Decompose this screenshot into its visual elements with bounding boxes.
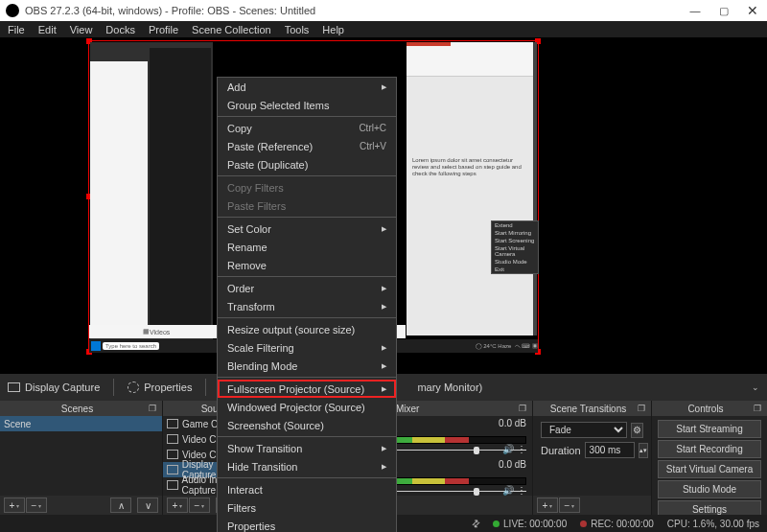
- add-scene-button[interactable]: +▾: [4, 497, 25, 513]
- ctx-blending-mode[interactable]: Blending Mode▶: [218, 357, 396, 375]
- channel-db: 0.0 dB: [499, 459, 526, 470]
- chevron-right-icon: ▶: [382, 344, 386, 352]
- start-streaming-button[interactable]: Start Streaming: [658, 420, 761, 438]
- open-properties-button[interactable]: Properties: [120, 374, 199, 401]
- ctx-show-transition[interactable]: Show Transition▶: [218, 439, 396, 457]
- undock-icon[interactable]: ❐: [754, 404, 761, 413]
- undock-icon[interactable]: ❐: [638, 404, 645, 413]
- menu-profile[interactable]: Profile: [143, 22, 184, 37]
- mon-icon: [167, 465, 178, 474]
- source-context-menu[interactable]: Add▶Group Selected ItemsCopyCtrl+CPaste …: [217, 77, 397, 532]
- ctx-paste-duplicate-[interactable]: Paste (Duplicate): [218, 155, 396, 173]
- chevron-right-icon: ▶: [382, 285, 386, 292]
- preview-content-right: Lorem ipsum dolor sit amet consectetur r…: [407, 42, 537, 335]
- remove-scene-button[interactable]: −▾: [26, 497, 47, 513]
- cam-icon: [167, 450, 178, 459]
- ctx-copy-filters: Copy Filters: [218, 178, 396, 197]
- preview-content-left: [90, 42, 213, 351]
- start-virtual-camera-button[interactable]: Start Virtual Camera: [658, 460, 761, 478]
- start-recording-button[interactable]: Start Recording: [658, 440, 761, 458]
- settings-button[interactable]: Settings: [658, 500, 761, 515]
- preview-mini-contextmenu: ExtendStart MirroringStart ScreeningStar…: [491, 220, 539, 274]
- add-source-button[interactable]: +▾: [167, 497, 188, 513]
- scenes-dock: Scenes❐ Scene +▾ −▾ ∧ ∨: [0, 401, 163, 515]
- menu-help[interactable]: Help: [316, 22, 350, 37]
- preview-taskbar-search: Type here to search: [103, 342, 159, 350]
- status-live: LIVE: 00:00:00: [493, 519, 567, 529]
- chevron-right-icon: ▶: [382, 303, 386, 311]
- ctx-fullscreen-projector-source-[interactable]: Fullscreen Projector (Source)▶: [218, 380, 396, 398]
- scene-down-button[interactable]: ∨: [137, 497, 158, 513]
- scenes-title: Scenes: [6, 404, 149, 414]
- gear-icon: [128, 382, 139, 393]
- undock-icon[interactable]: ❐: [149, 404, 156, 413]
- ctx-order[interactable]: Order▶: [218, 279, 396, 297]
- chevron-right-icon: ▶: [382, 463, 386, 471]
- ctx-transform[interactable]: Transform▶: [218, 297, 396, 315]
- close-button[interactable]: ✕: [738, 0, 767, 21]
- ctx-paste-filters: Paste Filters: [218, 197, 396, 215]
- chevron-right-icon: ▶: [382, 385, 386, 393]
- ctx-set-color[interactable]: Set Color▶: [218, 220, 396, 238]
- chevron-right-icon: ▶: [382, 83, 386, 91]
- maximize-button[interactable]: ▢: [709, 0, 738, 21]
- menu-scene-collection[interactable]: Scene Collection: [186, 22, 277, 37]
- ctx-paste-reference-[interactable]: Paste (Reference)Ctrl+V: [218, 137, 396, 155]
- scene-transitions-dock: Scene Transitions❐ Fade ⚙ Duration ▴▾ +▾…: [533, 401, 652, 515]
- obs-logo-icon: [6, 4, 19, 17]
- chevron-right-icon: ▶: [382, 225, 386, 233]
- menubar: FileEditViewDocksProfileScene Collection…: [0, 21, 767, 38]
- selected-source-label: Display Capture: [0, 374, 107, 401]
- cam-icon: [167, 434, 178, 444]
- remove-source-button[interactable]: −▾: [189, 497, 210, 513]
- preview-panel[interactable]: Lorem ipsum dolor sit amet consectetur r…: [0, 38, 767, 374]
- chevron-right-icon: ▶: [382, 362, 386, 370]
- speaker-icon[interactable]: 🔊 ⋮: [502, 444, 526, 454]
- transition-duration-input[interactable]: [585, 442, 635, 458]
- mic-icon: [167, 480, 178, 490]
- monitor-icon: [8, 382, 20, 392]
- scene-transitions-title: Scene Transitions: [539, 404, 638, 414]
- windows-start-icon: [91, 341, 101, 351]
- menu-view[interactable]: View: [64, 22, 99, 37]
- menu-edit[interactable]: Edit: [33, 22, 62, 37]
- ctx-interact[interactable]: Interact: [218, 480, 396, 498]
- duration-label: Duration: [541, 445, 581, 456]
- channel-db: 0.0 dB: [499, 418, 526, 428]
- scene-up-button[interactable]: ∧: [110, 497, 131, 513]
- minimize-button[interactable]: —: [681, 0, 709, 21]
- transition-mode-select[interactable]: Fade: [541, 422, 627, 438]
- ctx-add[interactable]: Add▶: [218, 78, 396, 96]
- controls-title: Controls: [658, 404, 754, 414]
- menu-docks[interactable]: Docks: [100, 22, 141, 37]
- menu-tools[interactable]: Tools: [279, 22, 315, 37]
- remove-transition-button[interactable]: −▾: [559, 497, 580, 513]
- window-title: OBS 27.2.3 (64-bit, windows) - Profile: …: [25, 5, 681, 16]
- toolbar-chevron-icon[interactable]: ⌄: [752, 382, 767, 392]
- ctx-properties[interactable]: Properties: [218, 517, 396, 532]
- ctx-group-selected-items[interactable]: Group Selected Items: [218, 96, 396, 114]
- game-icon: [167, 419, 178, 428]
- ctx-copy[interactable]: CopyCtrl+C: [218, 119, 396, 137]
- ctx-windowed-projector-source-[interactable]: Windowed Projector (Source): [218, 398, 396, 416]
- speaker-icon[interactable]: 🔊 ⋮: [502, 485, 526, 496]
- ctx-remove[interactable]: Remove: [218, 256, 396, 274]
- chevron-right-icon: ▶: [382, 445, 386, 452]
- ctx-screenshot-source-[interactable]: Screenshot (Source): [218, 416, 396, 434]
- status-cpu: CPU: 1.6%, 30.00 fps: [667, 519, 759, 529]
- add-transition-button[interactable]: +▾: [537, 497, 558, 513]
- status-rec: REC: 00:00:00: [580, 519, 654, 529]
- duration-stepper[interactable]: ▴▾: [639, 443, 648, 458]
- window-titlebar: OBS 27.2.3 (64-bit, windows) - Profile: …: [0, 0, 767, 21]
- ctx-rename[interactable]: Rename: [218, 238, 396, 256]
- transition-settings-button[interactable]: ⚙: [631, 423, 643, 438]
- studio-mode-button[interactable]: Studio Mode: [658, 480, 761, 498]
- ctx-scale-filtering[interactable]: Scale Filtering▶: [218, 338, 396, 357]
- scene-item[interactable]: Scene: [0, 416, 162, 431]
- menu-file[interactable]: File: [2, 22, 31, 37]
- ctx-hide-transition[interactable]: Hide Transition▶: [218, 457, 396, 475]
- ctx-filters[interactable]: Filters: [218, 498, 396, 517]
- controls-dock: Controls❐ Start StreamingStart Recording…: [652, 401, 767, 515]
- ctx-resize-output-source-size-[interactable]: Resize output (source size): [218, 320, 396, 338]
- undock-icon[interactable]: ❐: [519, 404, 526, 413]
